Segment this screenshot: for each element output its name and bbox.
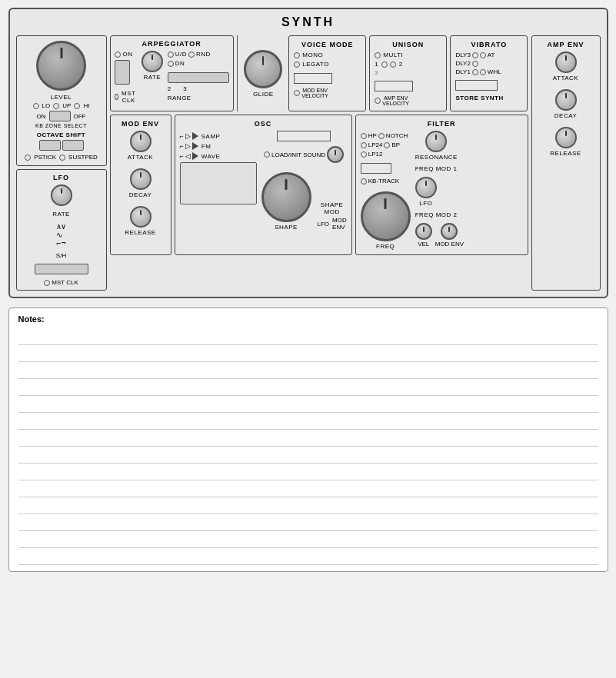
lfo-rate-knob[interactable] [51,184,72,206]
notes-line[interactable] [18,362,598,379]
kb-track-led[interactable] [361,178,367,184]
arp-section: ARPEGGIATOR ON MST CLK [110,35,234,111]
notch-led[interactable] [378,133,385,139]
sustped-led[interactable] [59,155,65,161]
lfo-mst-clk-label: MST CLK [52,279,78,286]
mod-env-attack-label: ATTACK [128,154,153,161]
lfo-mst-clk-slider[interactable] [35,264,88,274]
range-2-label: 2 [168,85,171,92]
mod-env-release-label: RELEASE [125,229,155,236]
unison-led1[interactable] [381,61,388,68]
notes-line[interactable] [18,328,598,345]
vel-knob[interactable] [415,223,432,240]
arp-range-slider[interactable] [168,72,229,83]
legato-label: LEGATO [302,61,329,68]
fm-arrow [192,142,198,150]
load-init-label: LOAD/INIT SOUND [271,151,325,158]
notes-line[interactable] [18,396,598,413]
filter-section: FILTER HP NOTCH LP2 [355,115,528,255]
lp24-led[interactable] [361,142,367,148]
mono-led[interactable] [294,52,300,58]
arp-on-off-slider[interactable] [115,60,130,85]
glide-knob[interactable] [244,50,282,88]
notes-line[interactable] [18,447,598,464]
resonance-knob[interactable] [425,131,447,152]
mod-env-led[interactable] [294,90,300,96]
wave-arrow [192,152,198,160]
multi-label: MULTI [383,52,403,58]
arp-rate-label: RATE [143,74,161,81]
osc-load-slider[interactable] [277,131,331,141]
dn-led[interactable] [168,61,174,67]
lp12-led[interactable] [361,151,367,158]
mod-env-release-knob[interactable] [130,206,152,228]
dly2-led[interactable] [472,61,478,67]
notes-line[interactable] [18,464,598,480]
ud-led[interactable] [168,52,174,58]
lfo-mst-clk-led[interactable] [44,280,50,286]
unison-led2[interactable] [390,61,396,68]
at-led[interactable] [480,52,486,58]
arp-rate-knob[interactable] [142,51,163,72]
amp-env-decay-knob[interactable] [555,89,577,111]
dn-label: DN [175,60,185,67]
pstick-led[interactable] [25,155,31,161]
lo-label: LO [42,102,51,109]
synth-panel: SYNTH LEVEL LO UP HI ON [8,8,608,298]
amp-env-led[interactable] [375,98,381,104]
bp-led[interactable] [384,142,390,148]
amp-env-attack-knob[interactable] [555,52,577,73]
arp-mst-clk-led[interactable] [115,94,118,100]
store-synth-label: STORE SYNTH [455,95,503,101]
vibrato-slider[interactable] [455,80,498,91]
notes-line[interactable] [18,430,598,447]
notes-line[interactable] [18,514,598,531]
notes-line[interactable] [18,379,598,396]
on-off-slider[interactable] [49,111,71,121]
load-init-led[interactable] [264,151,270,158]
mod-env-decay-knob[interactable] [130,168,152,190]
dly1-led[interactable] [472,69,478,75]
vibrato-label: VIBRATO [455,41,522,48]
sustped-label: SUSTPED [68,154,98,161]
level-section: LEVEL LO UP HI ON OFF KB ZONE SELECT OCT… [16,35,107,166]
amp-env-release-knob[interactable] [555,127,577,148]
amp-env-attack-label: ATTACK [553,75,578,81]
dly3-led[interactable] [472,52,478,58]
voice-slider[interactable] [294,73,332,84]
notes-line[interactable] [18,548,598,565]
notes-line[interactable] [18,480,598,497]
rnd-led[interactable] [188,52,195,58]
notes-line[interactable] [18,531,598,548]
osc-shape-knob[interactable] [261,172,311,222]
filter-freq-knob[interactable] [361,191,411,241]
mod-env-attack-knob[interactable] [130,131,152,152]
lo-led[interactable] [33,103,39,109]
multi-led[interactable] [375,52,381,58]
hi-led[interactable] [74,103,80,109]
filter-slider[interactable] [361,163,391,174]
osc-samp-row: ⌐ ◁ SAMP [180,132,257,140]
level-knob[interactable] [36,41,86,91]
mid-row: MOD ENV ATTACK DECAY RELEASE [110,115,528,255]
glide-label: GLIDE [253,91,274,98]
hi-label: HI [83,102,89,109]
mod-env-filter-knob[interactable] [441,223,458,240]
notes-line[interactable] [18,497,598,514]
lfo-filter-knob[interactable] [415,177,437,198]
legato-led[interactable] [294,61,300,68]
up-led[interactable] [53,103,59,109]
notes-line[interactable] [18,345,598,362]
arp-label: ARPEGGIATOR [115,40,229,48]
hp-label: HP [368,132,377,139]
osc-load-knob[interactable] [327,146,344,163]
hp-led[interactable] [361,133,367,139]
amp-env-label: AMP ENV [537,41,595,48]
whl-label: WHL [488,68,501,75]
octave-shift-down[interactable] [39,140,61,151]
arp-on-led[interactable] [115,52,121,58]
octave-shift-up[interactable] [62,140,84,151]
whl-led[interactable] [480,69,486,75]
notes-line[interactable] [18,413,598,430]
unison-slider[interactable] [375,81,413,91]
